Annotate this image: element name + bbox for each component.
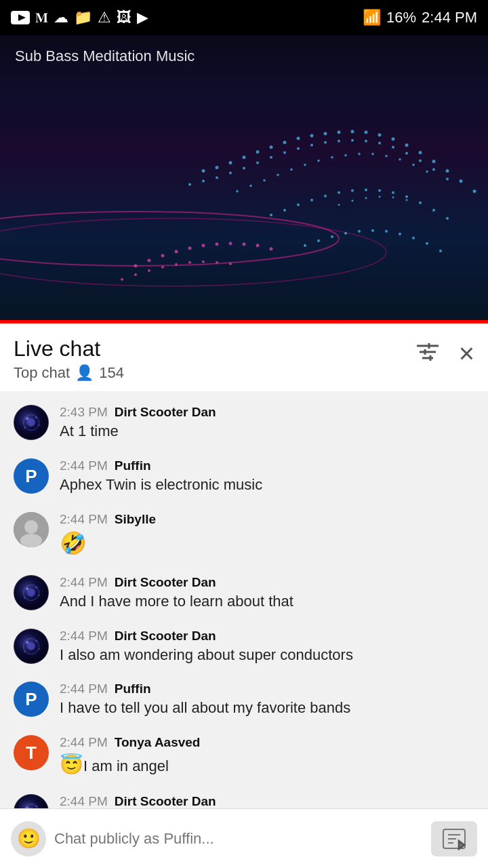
svg-point-42 [419, 159, 422, 162]
svg-point-85 [371, 229, 374, 232]
livechat-title: Live chat [14, 336, 124, 361]
svg-point-75 [352, 200, 354, 202]
msg-text: At 1 time [60, 421, 474, 442]
msg-text: Aphex Twin is electronic music [60, 475, 474, 496]
music-icon: 𝐌 [35, 10, 48, 26]
send-button[interactable] [431, 821, 477, 856]
msg-time: 2:44 PM [60, 682, 108, 696]
svg-point-39 [378, 142, 381, 144]
svg-point-98 [229, 242, 232, 245]
svg-point-7 [243, 156, 246, 159]
svg-point-12 [310, 134, 314, 138]
svg-point-17 [378, 134, 382, 137]
svg-point-83 [344, 232, 347, 235]
msg-time: 2:44 PM [60, 735, 108, 750]
svg-point-54 [358, 153, 361, 155]
svg-point-93 [161, 254, 165, 258]
svg-point-10 [283, 141, 287, 144]
msg-text: 🤣 [60, 528, 474, 559]
msg-text: I have to tell you all about my favorite… [60, 698, 474, 719]
emoji-button[interactable]: 🙂 [11, 821, 46, 856]
svg-point-44 [446, 178, 449, 180]
msg-meta: 2:44 PM Dirt Scooter Dan [60, 575, 474, 590]
svg-point-79 [406, 199, 408, 201]
svg-point-136 [27, 642, 35, 650]
svg-point-91 [134, 264, 138, 268]
svg-point-30 [256, 161, 259, 164]
svg-point-138 [35, 639, 37, 642]
msg-content: 2:44 PM Dirt Scooter Dan I also am wonde… [60, 629, 474, 666]
svg-point-51 [317, 159, 320, 162]
close-button[interactable]: × [459, 340, 474, 367]
svg-point-2 [0, 212, 339, 266]
svg-point-104 [148, 269, 150, 272]
svg-point-46 [249, 184, 252, 187]
svg-point-92 [148, 259, 151, 262]
chat-messages-list: 2:43 PM Dirt Scooter Dan At 1 time P 2:4… [0, 391, 488, 845]
svg-point-89 [426, 242, 428, 245]
msg-time: 2:44 PM [60, 458, 108, 473]
svg-point-120 [26, 418, 28, 420]
svg-point-23 [460, 180, 463, 183]
svg-point-145 [35, 806, 37, 808]
msg-author: Dirt Scooter Dan [115, 629, 216, 644]
svg-point-15 [351, 130, 354, 134]
svg-point-103 [134, 273, 137, 276]
video-player[interactable]: Sub Bass Meditation Music [0, 35, 488, 320]
svg-point-82 [331, 235, 333, 238]
msg-meta: 2:44 PM Tonya Aasved [60, 735, 474, 750]
svg-point-24 [473, 190, 476, 193]
msg-time: 2:44 PM [60, 629, 108, 644]
msg-author: Puffin [115, 458, 151, 473]
svg-point-64 [324, 195, 327, 197]
svg-point-86 [385, 230, 388, 233]
svg-point-33 [297, 147, 300, 150]
svg-point-97 [216, 243, 219, 246]
svg-point-119 [27, 419, 35, 427]
status-right-info: 📶 16% 2:44 PM [363, 9, 477, 26]
svg-point-84 [358, 230, 361, 233]
svg-point-3 [0, 218, 386, 286]
svg-point-8 [256, 151, 260, 154]
svg-point-69 [392, 191, 394, 194]
warning-icon: ⚠ [98, 9, 111, 26]
svg-point-130 [26, 587, 28, 590]
msg-meta: 2:44 PM Dirt Scooter Dan [60, 629, 474, 644]
livechat-title-area: Live chat Top chat 👤 154 [14, 336, 124, 391]
filter-button[interactable] [415, 342, 440, 366]
svg-point-61 [283, 209, 286, 212]
chat-message: T 2:44 PM Tonya Aasved 😇I am in angel [0, 727, 488, 786]
msg-text: I also am wondering about super conducto… [60, 645, 474, 666]
msg-meta: 2:43 PM Dirt Scooter Dan [60, 405, 474, 420]
svg-point-87 [399, 233, 401, 235]
msg-meta: 2:44 PM Puffin [60, 458, 474, 473]
svg-point-57 [399, 158, 401, 161]
chat-input[interactable] [54, 830, 423, 848]
svg-point-137 [26, 641, 28, 644]
svg-point-4 [202, 170, 205, 173]
battery-text: 16% [386, 9, 416, 26]
msg-time: 2:44 PM [60, 512, 108, 527]
svg-point-6 [229, 161, 232, 165]
wave-visualization [0, 35, 488, 320]
msg-text: And I have more to learn about that [60, 591, 474, 612]
youtube-icon [11, 11, 30, 24]
msg-content: 2:44 PM Sibylle 🤣 [60, 512, 474, 559]
svg-point-48 [277, 174, 279, 176]
image-icon: 🖼 [117, 9, 131, 26]
cloud-icon: ☁ [54, 9, 68, 26]
svg-point-72 [432, 209, 435, 212]
svg-point-74 [338, 204, 340, 206]
top-chat-label[interactable]: Top chat [14, 364, 70, 382]
svg-point-59 [426, 170, 428, 173]
svg-point-99 [243, 243, 246, 246]
play-icon: ▶ [137, 9, 148, 26]
svg-point-66 [351, 189, 354, 192]
svg-point-73 [446, 217, 449, 220]
chat-input-bar: 🙂 [0, 808, 488, 868]
svg-point-132 [39, 595, 40, 596]
svg-point-36 [338, 140, 340, 142]
svg-point-47 [263, 179, 266, 182]
svg-point-37 [351, 139, 354, 142]
svg-point-32 [283, 151, 286, 154]
